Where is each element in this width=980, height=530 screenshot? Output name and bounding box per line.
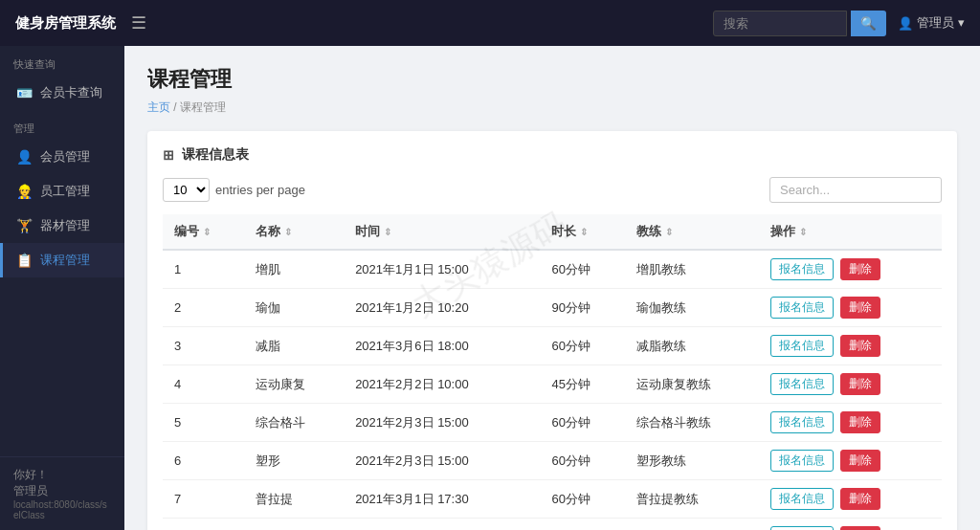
delete-button[interactable]: 删除 bbox=[840, 373, 880, 395]
info-button[interactable]: 报名信息 bbox=[770, 373, 834, 395]
sidebar-item-member[interactable]: 👤 会员管理 bbox=[0, 140, 124, 174]
cell-name: 瑜伽 bbox=[244, 289, 344, 327]
info-button[interactable]: 报名信息 bbox=[770, 297, 834, 319]
cell-time: 2021年3月6日 18:00 bbox=[344, 327, 540, 365]
per-page-wrap: 10 25 50 entries per page bbox=[163, 178, 305, 202]
search-input[interactable] bbox=[713, 11, 847, 36]
delete-button[interactable]: 删除 bbox=[840, 335, 880, 357]
sort-icon-id[interactable]: ⇕ bbox=[203, 227, 211, 237]
user-label: 管理员 ▾ bbox=[917, 14, 965, 32]
sidebar: 快速查询 🪪 会员卡查询 管理 👤 会员管理 👷 员工管理 🏋️ 器材管理 📋 … bbox=[0, 46, 124, 530]
card-header: ⊞ 课程信息表 bbox=[163, 146, 942, 164]
sidebar-item-member-card-label: 会员卡查询 bbox=[40, 84, 102, 101]
breadcrumb: 主页 / 课程管理 bbox=[147, 99, 957, 116]
sort-icon-coach[interactable]: ⇕ bbox=[665, 227, 673, 237]
cell-coach: 综合格斗教练 bbox=[625, 404, 759, 442]
member-card-icon: 🪪 bbox=[16, 85, 33, 100]
sidebar-username: 管理员 bbox=[13, 483, 111, 499]
cell-action: 报名信息 删除 bbox=[759, 289, 942, 327]
equipment-icon: 🏋️ bbox=[16, 218, 33, 233]
sidebar-toggle-icon[interactable]: ☰ bbox=[131, 12, 146, 33]
table-head: 编号⇕ 名称⇕ 时间⇕ 时长⇕ 教练⇕ 操作⇕ bbox=[163, 214, 942, 250]
breadcrumb-home[interactable]: 主页 bbox=[147, 100, 170, 114]
cell-coach: 塑形教练 bbox=[625, 442, 759, 480]
table-row: 5 综合格斗 2021年2月3日 15:00 60分钟 综合格斗教练 报名信息 … bbox=[163, 404, 942, 442]
sidebar-item-member-card[interactable]: 🪪 会员卡查询 bbox=[0, 76, 124, 110]
sidebar-item-member-label: 会员管理 bbox=[40, 148, 90, 166]
user-menu[interactable]: 👤 管理员 ▾ bbox=[898, 14, 965, 32]
cell-time: 2021年3月1日 17:30 bbox=[344, 480, 540, 519]
cell-id: 3 bbox=[163, 327, 244, 365]
cell-action: 报名信息 删除 bbox=[759, 365, 942, 404]
sort-icon-action[interactable]: ⇕ bbox=[799, 227, 807, 237]
cell-time: 2021年2月22日 09:00 bbox=[344, 519, 540, 531]
delete-button[interactable]: 删除 bbox=[840, 258, 880, 280]
cell-action: 报名信息 删除 bbox=[759, 327, 942, 365]
sidebar-item-staff[interactable]: 👷 员工管理 bbox=[0, 174, 124, 209]
topnav: 健身房管理系统 ☰ 🔍 👤 管理员 ▾ bbox=[0, 0, 980, 46]
sidebar-footer: 你好！ 管理员 localhost:8080/class/selClass bbox=[0, 456, 124, 530]
table-search-wrap bbox=[769, 177, 942, 203]
cell-id: 6 bbox=[163, 442, 244, 480]
cell-coach: 减脂教练 bbox=[625, 327, 759, 365]
col-name: 名称⇕ bbox=[244, 214, 344, 250]
cell-time: 2021年2月3日 15:00 bbox=[344, 404, 540, 442]
table-row: 8 爵士舞 2021年2月22日 09:00 90分钟 爵士舞教练 报名信息 删… bbox=[163, 519, 942, 531]
cell-name: 塑形 bbox=[244, 442, 344, 480]
breadcrumb-current: 课程管理 bbox=[180, 100, 226, 114]
sort-icon-duration[interactable]: ⇕ bbox=[580, 227, 588, 237]
col-action: 操作⇕ bbox=[759, 214, 942, 250]
cell-time: 2021年1月2日 10:20 bbox=[344, 289, 540, 327]
per-page-label: entries per page bbox=[215, 183, 305, 197]
main-content: 课程管理 主页 / 课程管理 ⊞ 课程信息表 10 25 50 entries … bbox=[124, 46, 980, 530]
sidebar-item-course[interactable]: 📋 课程管理 bbox=[0, 243, 124, 277]
info-button[interactable]: 报名信息 bbox=[770, 488, 834, 510]
cell-duration: 60分钟 bbox=[540, 480, 624, 519]
cell-action: 报名信息 删除 bbox=[759, 442, 942, 480]
sidebar-item-equipment[interactable]: 🏋️ 器材管理 bbox=[0, 209, 124, 243]
breadcrumb-separator: / bbox=[173, 100, 180, 114]
delete-button[interactable]: 删除 bbox=[840, 450, 880, 472]
cell-coach: 运动康复教练 bbox=[625, 365, 759, 404]
delete-button[interactable]: 删除 bbox=[840, 488, 880, 510]
cell-coach: 爵士舞教练 bbox=[625, 519, 759, 531]
cell-time: 2021年2月3日 15:00 bbox=[344, 442, 540, 480]
app-title: 健身房管理系统 bbox=[15, 14, 116, 33]
table-row: 2 瑜伽 2021年1月2日 10:20 90分钟 瑜伽教练 报名信息 删除 bbox=[163, 289, 942, 327]
delete-button[interactable]: 删除 bbox=[840, 297, 880, 319]
layout: 快速查询 🪪 会员卡查询 管理 👤 会员管理 👷 员工管理 🏋️ 器材管理 📋 … bbox=[0, 46, 980, 530]
search-button[interactable]: 🔍 bbox=[851, 11, 886, 36]
sidebar-item-staff-label: 员工管理 bbox=[40, 183, 90, 200]
sort-icon-time[interactable]: ⇕ bbox=[384, 227, 391, 237]
manage-section-label: 管理 bbox=[0, 110, 124, 140]
cell-name: 爵士舞 bbox=[244, 519, 344, 531]
cell-name: 减脂 bbox=[244, 327, 344, 365]
course-table: 编号⇕ 名称⇕ 时间⇕ 时长⇕ 教练⇕ 操作⇕ 1 增肌 2021年1月1日 1… bbox=[163, 214, 942, 530]
delete-button[interactable]: 删除 bbox=[840, 526, 880, 530]
info-button[interactable]: 报名信息 bbox=[770, 335, 834, 357]
info-button[interactable]: 报名信息 bbox=[770, 526, 834, 530]
col-id: 编号⇕ bbox=[163, 214, 244, 250]
cell-coach: 增肌教练 bbox=[625, 250, 759, 289]
info-button[interactable]: 报名信息 bbox=[770, 450, 834, 472]
cell-name: 普拉提 bbox=[244, 480, 344, 519]
info-button[interactable]: 报名信息 bbox=[770, 258, 834, 280]
delete-button[interactable]: 删除 bbox=[840, 411, 880, 433]
cell-action: 报名信息 删除 bbox=[759, 250, 942, 289]
cell-action: 报名信息 删除 bbox=[759, 519, 942, 531]
per-page-select[interactable]: 10 25 50 bbox=[163, 178, 210, 202]
table-icon: ⊞ bbox=[163, 147, 174, 163]
table-row: 7 普拉提 2021年3月1日 17:30 60分钟 普拉提教练 报名信息 删除 bbox=[163, 480, 942, 519]
table-search-input[interactable] bbox=[769, 177, 942, 203]
search-area: 🔍 bbox=[713, 11, 886, 36]
sort-icon-name[interactable]: ⇕ bbox=[284, 227, 292, 237]
cell-duration: 45分钟 bbox=[540, 365, 624, 404]
cell-name: 运动康复 bbox=[244, 365, 344, 404]
cell-duration: 60分钟 bbox=[540, 327, 624, 365]
col-duration: 时长⇕ bbox=[540, 214, 624, 250]
sidebar-greeting: 你好！ bbox=[13, 467, 111, 483]
sidebar-url: localhost:8080/class/selClass bbox=[13, 499, 111, 520]
info-button[interactable]: 报名信息 bbox=[770, 411, 834, 433]
member-icon: 👤 bbox=[16, 149, 33, 165]
table-body: 1 增肌 2021年1月1日 15:00 60分钟 增肌教练 报名信息 删除 2… bbox=[163, 250, 942, 530]
